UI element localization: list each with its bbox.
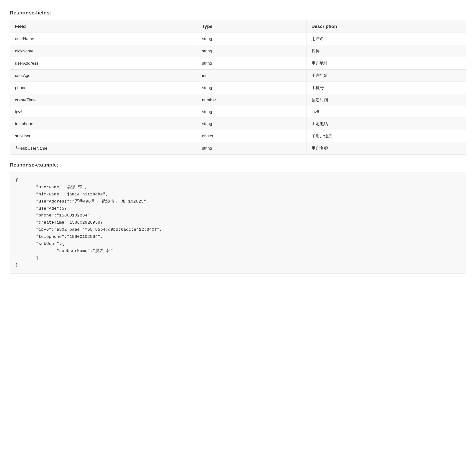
table-row: userName string 用户名: [10, 33, 466, 45]
cell-type: string: [197, 57, 306, 70]
cell-field: subUser: [10, 130, 197, 142]
table-row: userAge int 用户年龄: [10, 70, 466, 82]
table-row: createTime number 创建时间: [10, 94, 466, 106]
table-body: userName string 用户名 nickName string 昵称 u…: [10, 33, 466, 155]
cell-description: 昵称: [306, 45, 466, 57]
cell-field: telephone: [10, 118, 197, 130]
cell-field: nickName: [10, 45, 197, 57]
response-example-section: Response-example: { "userName":"昊强.韩", "…: [10, 162, 466, 274]
cell-description: 用户名: [306, 33, 466, 45]
column-header-type: Type: [197, 20, 306, 33]
cell-description: 手机号: [306, 82, 466, 94]
table-header-row: Field Type Description: [10, 20, 466, 33]
cell-description: 固定电话: [306, 118, 466, 130]
cell-type: string: [197, 118, 306, 130]
column-header-description: Description: [306, 20, 466, 33]
table-row: phone string 手机号: [10, 82, 466, 94]
cell-type: string: [197, 106, 306, 118]
response-fields-section: Response-fields: Field Type Description …: [10, 10, 466, 155]
cell-field: createTime: [10, 94, 197, 106]
response-example-heading: Response-example:: [10, 162, 466, 168]
cell-field: ipv6: [10, 106, 197, 118]
table-row: ipv6 string ipv6: [10, 106, 466, 118]
response-fields-heading: Response-fields:: [10, 10, 466, 16]
cell-description: 用户地址: [306, 57, 466, 70]
table-row: subUser object 子用户信息: [10, 130, 466, 142]
column-header-field: Field: [10, 20, 197, 33]
cell-description: 用户名称: [306, 142, 466, 155]
cell-type: string: [197, 142, 306, 155]
response-fields-table: Field Type Description userName string 用…: [10, 20, 466, 155]
cell-description: 用户年龄: [306, 70, 466, 82]
cell-field: userName: [10, 33, 197, 45]
cell-type: string: [197, 33, 306, 45]
cell-type: int: [197, 70, 306, 82]
table-row: userAddress string 用户地址: [10, 57, 466, 70]
table-row: └─subUserName string 用户名称: [10, 142, 466, 155]
table-row: nickName string 昵称: [10, 45, 466, 57]
table-row: telephone string 固定电话: [10, 118, 466, 130]
cell-field: └─subUserName: [10, 142, 197, 155]
cell-field: phone: [10, 82, 197, 94]
cell-field: userAge: [10, 70, 197, 82]
cell-type: number: [197, 94, 306, 106]
response-example-code: { "userName":"昊强.韩", "nickName":"jamie.n…: [10, 172, 466, 274]
cell-type: string: [197, 45, 306, 57]
cell-description: ipv6: [306, 106, 466, 118]
cell-description: 子用户信息: [306, 130, 466, 142]
cell-type: object: [197, 130, 306, 142]
cell-field: userAddress: [10, 57, 197, 70]
cell-description: 创建时间: [306, 94, 466, 106]
cell-type: string: [197, 82, 306, 94]
